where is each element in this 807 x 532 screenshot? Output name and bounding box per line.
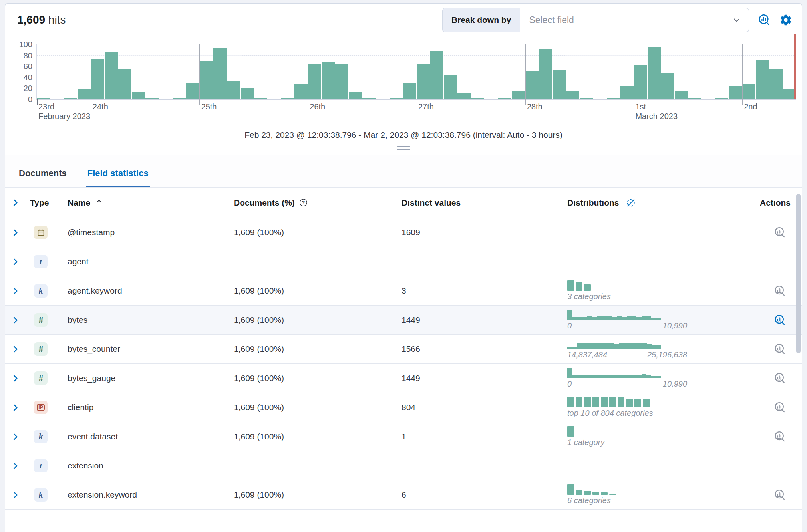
table-row: k event.dataset 1,609 (100%) 1 1 categor…: [5, 422, 802, 451]
expand-row-button[interactable]: [11, 257, 20, 266]
hits-label: hits: [48, 14, 66, 26]
explore-field-statistics-button[interactable]: [774, 372, 786, 384]
histogram-bar: [742, 84, 755, 99]
header-distributions: Distributions: [562, 198, 743, 208]
histogram-bar: [580, 98, 593, 99]
expand-row-button[interactable]: [11, 345, 20, 354]
breakdown-select[interactable]: Select field: [520, 8, 749, 32]
explore-field-statistics-button[interactable]: [774, 314, 786, 326]
x-axis-label: 26th: [310, 102, 325, 111]
expand-row-button[interactable]: [11, 490, 20, 500]
histogram-mini-bar: [642, 343, 647, 349]
distribution-min-label: 0: [567, 379, 572, 389]
distribution-categories-chart: [567, 397, 743, 407]
day-gridline: [525, 44, 526, 99]
y-axis-tick: 0: [28, 95, 32, 104]
explore-field-statistics-button[interactable]: [774, 489, 786, 501]
histogram-bar: [688, 98, 702, 99]
documents-percent: 1,609 (100%): [228, 228, 396, 237]
histogram-mini-bar: [636, 317, 641, 320]
histogram-bar: [78, 89, 91, 99]
distribution-min-label: 14,837,484: [567, 350, 607, 359]
expand-row-button[interactable]: [11, 316, 20, 325]
category-bar: [576, 397, 582, 407]
histogram-mini-bar: [622, 375, 626, 378]
histogram-bar: [715, 98, 728, 99]
field-name: agent: [60, 257, 228, 266]
scrollbar-thumb[interactable]: [796, 194, 801, 353]
y-axis-tick: 40: [24, 73, 32, 82]
gear-icon[interactable]: [779, 14, 792, 26]
expand-row-button[interactable]: [11, 403, 20, 412]
distribution-range-labels: 14,837,48425,196,638: [567, 350, 687, 359]
histogram-mini-bar: [622, 317, 626, 320]
explore-field-statistics-button[interactable]: [774, 343, 786, 355]
histogram-mini-bar: [592, 375, 597, 378]
y-axis-tick: 100: [19, 40, 32, 49]
distribution-toggle-icon[interactable]: [626, 198, 636, 208]
histogram-bar: [566, 91, 579, 99]
distinct-values: 3: [396, 286, 562, 296]
expand-row-button[interactable]: [11, 286, 20, 296]
histogram-mini-bar: [572, 347, 577, 349]
tab-field-statistics[interactable]: Field statistics: [86, 168, 150, 187]
resize-handle[interactable]: [397, 146, 410, 150]
x-axis-label: 2nd: [744, 102, 757, 111]
field-name: event.dataset: [60, 432, 228, 441]
category-bar: [584, 491, 591, 495]
header-name[interactable]: Name: [60, 198, 228, 208]
distinct-values: 1449: [396, 315, 562, 325]
question-circle-icon[interactable]: ?: [299, 198, 308, 207]
histogram-mini-bar: [656, 376, 661, 378]
explore-field-statistics-button[interactable]: [774, 226, 786, 238]
histogram-bar: [213, 48, 227, 99]
day-gridline: [634, 44, 634, 99]
histogram-mini-bar: [652, 345, 657, 349]
expand-row-button[interactable]: [11, 374, 20, 383]
expand-row-button[interactable]: [11, 228, 20, 237]
histogram-bar: [417, 64, 430, 99]
expand-row-button[interactable]: [11, 461, 20, 470]
histogram-plot[interactable]: [36, 44, 796, 100]
histogram-mini-bar: [633, 343, 638, 349]
field-name: agent.keyword: [60, 286, 228, 296]
histogram-bar: [349, 92, 362, 99]
explore-field-statistics-button[interactable]: [774, 285, 786, 297]
histogram-mini-bar: [646, 316, 651, 320]
text-type-icon: t: [34, 255, 48, 268]
expand-row-button[interactable]: [11, 432, 20, 441]
histogram-bar: [702, 99, 715, 100]
expand-all-button[interactable]: [11, 198, 20, 207]
x-axis-labels: 23rdFebruary 202324th25th26th27th28th1st…: [36, 100, 796, 122]
explore-field-statistics-button[interactable]: [774, 431, 786, 443]
histogram-bar: [457, 93, 471, 99]
histogram-bar: [281, 98, 294, 99]
histogram-bar: [308, 64, 321, 99]
histogram-mini-bar: [636, 375, 641, 378]
table-row: t extension: [5, 451, 802, 480]
histogram-mini-bar: [628, 343, 633, 349]
field-statistics-icon[interactable]: [758, 14, 771, 26]
category-bar: [634, 399, 641, 407]
histogram-mini-bar: [627, 316, 632, 320]
histogram-mini-bar: [591, 343, 596, 349]
histogram-mini-bar: [605, 343, 610, 349]
histogram-bar: [64, 98, 77, 99]
y-axis-tick: 80: [24, 51, 32, 60]
svg-text:?: ?: [302, 200, 305, 206]
documents-percent: 1,609 (100%): [228, 403, 396, 412]
histogram-bar: [145, 98, 159, 99]
histogram-bar: [267, 99, 280, 100]
histogram-chart: 020406080100 23rdFebruary 202324th25th26…: [11, 44, 796, 122]
y-axis-tick: 60: [24, 62, 32, 71]
category-bar: [643, 399, 650, 407]
header-documents: Documents (%) ?: [228, 198, 396, 208]
histogram-bar: [620, 86, 634, 100]
keyword-type-icon: k: [34, 430, 48, 443]
tab-documents[interactable]: Documents: [17, 168, 68, 187]
distribution-histogram-chart: [567, 310, 661, 320]
documents-percent: 1,609 (100%): [228, 432, 396, 441]
distinct-values: 1609: [396, 228, 562, 237]
field-name: bytes_counter: [60, 344, 228, 354]
explore-field-statistics-button[interactable]: [774, 401, 786, 413]
